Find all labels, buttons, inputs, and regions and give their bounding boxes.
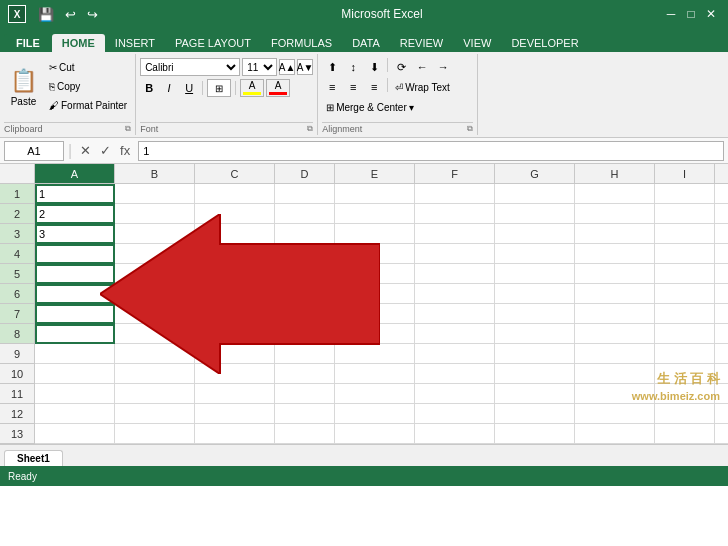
merge-dropdown-icon[interactable]: ▾	[409, 102, 414, 113]
tab-review[interactable]: REVIEW	[390, 34, 453, 52]
list-item[interactable]	[35, 284, 115, 304]
list-item[interactable]	[495, 324, 575, 344]
formula-confirm-button[interactable]: ✓	[96, 142, 114, 160]
list-item[interactable]	[275, 424, 335, 444]
list-item[interactable]	[115, 264, 195, 284]
list-item[interactable]	[415, 404, 495, 424]
formula-cancel-button[interactable]: ✕	[76, 142, 94, 160]
italic-button[interactable]: I	[160, 79, 178, 97]
font-increase-button[interactable]: A▲	[279, 59, 295, 75]
list-item[interactable]	[495, 424, 575, 444]
list-item[interactable]	[495, 404, 575, 424]
col-header-f[interactable]: F	[415, 164, 495, 184]
tab-data[interactable]: DATA	[342, 34, 390, 52]
list-item[interactable]	[575, 204, 655, 224]
undo-button[interactable]: ↩	[61, 6, 80, 23]
list-item[interactable]	[275, 384, 335, 404]
list-item[interactable]	[335, 264, 415, 284]
row-number[interactable]: 8	[0, 324, 35, 344]
col-header-i[interactable]: I	[655, 164, 715, 184]
list-item[interactable]	[35, 404, 115, 424]
row-number[interactable]: 7	[0, 304, 35, 324]
orientation-button[interactable]: ⟳	[391, 58, 411, 76]
list-item[interactable]	[655, 204, 715, 224]
list-item[interactable]	[655, 184, 715, 204]
list-item[interactable]	[715, 224, 728, 244]
col-header-g[interactable]: G	[495, 164, 575, 184]
list-item[interactable]	[575, 184, 655, 204]
list-item[interactable]	[415, 264, 495, 284]
list-item[interactable]	[275, 204, 335, 224]
border-button[interactable]: ⊞	[207, 79, 231, 97]
align-center-button[interactable]: ≡	[343, 78, 363, 96]
col-header-b[interactable]: B	[115, 164, 195, 184]
save-button[interactable]: 💾	[34, 6, 58, 23]
col-header-a[interactable]: A	[35, 164, 115, 184]
list-item[interactable]	[275, 304, 335, 324]
list-item[interactable]	[195, 384, 275, 404]
list-item[interactable]	[715, 344, 728, 364]
list-item[interactable]	[575, 264, 655, 284]
list-item[interactable]	[275, 364, 335, 384]
tab-pagelayout[interactable]: PAGE LAYOUT	[165, 34, 261, 52]
list-item[interactable]	[575, 344, 655, 364]
list-item[interactable]	[335, 284, 415, 304]
copy-button[interactable]: ⎘ Copy	[45, 77, 131, 95]
font-color-button[interactable]: A	[266, 79, 290, 97]
formula-input[interactable]	[138, 141, 724, 161]
list-item[interactable]	[715, 304, 728, 324]
list-item[interactable]	[495, 264, 575, 284]
indent-increase-button[interactable]: →	[433, 58, 453, 76]
list-item[interactable]	[655, 264, 715, 284]
list-item[interactable]	[335, 344, 415, 364]
list-item[interactable]	[715, 324, 728, 344]
list-item[interactable]	[575, 284, 655, 304]
list-item[interactable]	[275, 244, 335, 264]
row-number[interactable]: 12	[0, 404, 35, 424]
list-item[interactable]	[715, 404, 728, 424]
list-item[interactable]	[715, 244, 728, 264]
list-item[interactable]	[335, 384, 415, 404]
list-item[interactable]	[35, 364, 115, 384]
row-number[interactable]: 10	[0, 364, 35, 384]
cut-button[interactable]: ✂ Cut	[45, 58, 131, 76]
list-item[interactable]	[415, 184, 495, 204]
list-item[interactable]	[115, 304, 195, 324]
list-item[interactable]	[655, 404, 715, 424]
list-item[interactable]	[195, 224, 275, 244]
list-item[interactable]	[415, 284, 495, 304]
list-item[interactable]	[495, 184, 575, 204]
list-item[interactable]	[115, 204, 195, 224]
list-item[interactable]	[115, 324, 195, 344]
list-item[interactable]	[115, 344, 195, 364]
list-item[interactable]	[655, 424, 715, 444]
minimize-button[interactable]: ─	[662, 5, 680, 23]
font-name-select[interactable]: Calibri	[140, 58, 240, 76]
list-item[interactable]	[195, 244, 275, 264]
list-item[interactable]	[415, 224, 495, 244]
list-item[interactable]	[715, 284, 728, 304]
list-item[interactable]	[35, 304, 115, 324]
align-left-button[interactable]: ≡	[322, 78, 342, 96]
align-middle-button[interactable]: ↕	[343, 58, 363, 76]
list-item[interactable]	[35, 244, 115, 264]
list-item[interactable]	[275, 224, 335, 244]
list-item[interactable]	[495, 224, 575, 244]
list-item[interactable]	[415, 204, 495, 224]
list-item[interactable]	[275, 184, 335, 204]
list-item[interactable]	[655, 344, 715, 364]
list-item[interactable]	[35, 384, 115, 404]
list-item[interactable]	[495, 204, 575, 224]
list-item[interactable]	[655, 224, 715, 244]
list-item[interactable]	[195, 204, 275, 224]
row-number[interactable]: 9	[0, 344, 35, 364]
list-item[interactable]	[335, 224, 415, 244]
list-item[interactable]	[195, 424, 275, 444]
redo-button[interactable]: ↪	[83, 6, 102, 23]
underline-button[interactable]: U	[180, 79, 198, 97]
list-item[interactable]	[715, 264, 728, 284]
list-item[interactable]	[115, 384, 195, 404]
row-number[interactable]: 1	[0, 184, 35, 204]
list-item[interactable]	[715, 204, 728, 224]
list-item[interactable]	[335, 244, 415, 264]
